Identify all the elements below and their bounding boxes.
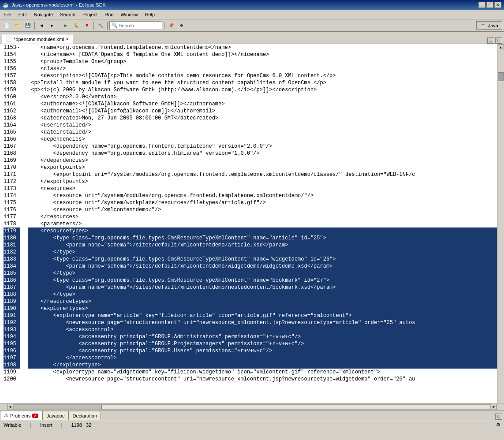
code-line[interactable]: <newresource page="structurecontent" uri… (28, 376, 497, 383)
code-line[interactable]: <p>Install this module if you want to se… (28, 79, 497, 86)
scrollbar-h-thumb[interactable] (14, 405, 102, 409)
toolbar-new[interactable]: 📄 (2, 21, 11, 30)
toolbar-save[interactable]: 💾 (23, 21, 33, 30)
code-line[interactable]: <explorertype name="widgetdemo" key="fil… (28, 369, 497, 376)
editor-minimize[interactable]: _ (487, 37, 494, 44)
code-line[interactable]: <class/> (28, 65, 497, 72)
line-number: 1181 (4, 242, 20, 249)
panel-maximize[interactable]: □ (495, 414, 502, 420)
code-line[interactable]: <version>2.0.0</version> (28, 93, 497, 101)
tab-javadoc[interactable]: Javadoc (42, 411, 68, 420)
close-button[interactable]: ✕ (494, 2, 501, 8)
scrollbar-thumb[interactable] (498, 72, 504, 81)
code-line[interactable]: </accesscontrol> (28, 354, 497, 362)
minimize-button[interactable]: _ (478, 2, 485, 8)
code-line[interactable]: <accessentry principal="GROUP.Projectman… (28, 340, 497, 347)
toolbar-forward[interactable]: ▶ (47, 21, 57, 30)
toolbar-build[interactable]: 🔨 (96, 21, 105, 30)
code-line[interactable]: <datecreated>Mon, 27 Jun 2005 08:00:00 G… (28, 115, 497, 122)
menu-help[interactable]: Help (142, 11, 159, 18)
code-line[interactable]: </type> (28, 270, 497, 277)
menu-window[interactable]: Window (117, 11, 141, 18)
code-content[interactable]: <name>org.opencms.frontend.templateone.x… (24, 44, 497, 403)
code-line[interactable]: <explorertype name="article" key="fileic… (28, 312, 497, 319)
line-number: 1175 (4, 199, 20, 206)
tab-problems[interactable]: ⚠ Problems ✕ (0, 411, 42, 420)
toolbar-btn1[interactable]: 📌 (166, 21, 176, 30)
code-line[interactable]: <dependency name="org.opencms.editors.ht… (28, 150, 497, 157)
toolbar-debug[interactable]: 🐛 (71, 21, 81, 30)
scrollbar-vertical[interactable]: ▲ (497, 44, 504, 403)
code-line[interactable]: <dateinstalled/> (28, 129, 497, 136)
code-line[interactable]: <name>org.opencms.frontend.templateone.x… (28, 44, 497, 51)
line-number: 1200 (4, 376, 20, 383)
toolbar-back[interactable]: ◀ (37, 21, 46, 30)
line-number: 1196 (4, 347, 20, 354)
line-number: 1191 (4, 312, 20, 319)
code-line[interactable]: <authoremail><![CDATA[info@alkacon.com]]… (28, 108, 497, 115)
scrollbar-h-track[interactable] (13, 404, 491, 410)
code-line[interactable]: <parameters/> (28, 220, 497, 227)
line-number: 1158 (4, 79, 20, 86)
menu-file[interactable]: File (0, 11, 15, 18)
code-line[interactable]: <dependency name="org.opencms.frontend.t… (28, 143, 497, 150)
window-title: Java - opencms-modules.xml - Eclipse SDK (11, 2, 106, 7)
code-line[interactable]: <resource uri="/xmlcontentdemo/"/> (28, 206, 497, 213)
code-line[interactable]: <param name="schema">/sites/default/xmlc… (28, 263, 497, 270)
toolbar-stop[interactable]: ■ (82, 21, 92, 30)
code-line[interactable]: <newresource page="structurecontent" uri… (28, 319, 497, 326)
code-line[interactable]: <p><i>(c) 2006 by Alkacon Software GmbH … (28, 86, 497, 93)
code-line[interactable]: <description><![CDATA[<p>This module con… (28, 72, 497, 79)
menu-search[interactable]: Search (56, 11, 79, 18)
toolbar-btn2[interactable]: ⚙ (177, 21, 187, 30)
code-line[interactable]: <exportpoints> (28, 164, 497, 171)
tab-close-button[interactable]: ✕ (66, 37, 69, 41)
code-line[interactable]: </resourcetypes> (28, 298, 497, 305)
scroll-right-button[interactable]: ▶ (491, 404, 497, 410)
menu-navigate[interactable]: Navigate (30, 11, 56, 18)
code-line[interactable]: </dependencies> (28, 157, 497, 164)
code-line[interactable]: <param name="schema">/sites/default/xmlc… (28, 284, 497, 291)
code-line[interactable]: <resources> (28, 185, 497, 192)
code-line[interactable]: <type class="org.opencms.file.types.CmsR… (28, 235, 497, 242)
bottom-tabs: ⚠ Problems ✕ Javadoc Declaration □ (0, 410, 504, 420)
code-line[interactable]: <explorertypes> (28, 305, 497, 312)
code-line[interactable]: <type class="org.opencms.file.types.CmsR… (28, 256, 497, 263)
code-line[interactable]: <resource uri="/system/workplace/resourc… (28, 199, 497, 206)
menu-project[interactable]: Project (79, 11, 101, 18)
code-line[interactable]: <accesscontrol> (28, 326, 497, 333)
scrollbar-horizontal[interactable]: ◀ ▶ (0, 403, 504, 410)
line-number: 1176 (4, 206, 20, 213)
code-line[interactable]: <nicename><![CDATA[OpenCms 6 Template On… (28, 51, 497, 58)
perspective-java[interactable]: ☕ Java (476, 21, 502, 30)
editor-tab[interactable]: 📄 *opencms-modules.xml ✕ (2, 34, 73, 44)
toolbar-run[interactable]: ▶ (61, 21, 71, 30)
code-line[interactable]: <param name="schema">/sites/default/xmlc… (28, 242, 497, 249)
toolbar-open[interactable]: 📂 (12, 21, 22, 30)
editor-maximize[interactable]: □ (495, 37, 502, 44)
code-line[interactable]: </resources> (28, 213, 497, 220)
code-line[interactable]: </type> (28, 249, 497, 256)
code-line[interactable]: <group>Template One</group> (28, 58, 497, 65)
line-number: 1186 (4, 277, 20, 284)
code-line[interactable]: <userinstalled/> (28, 122, 497, 129)
menu-edit[interactable]: Edit (15, 11, 30, 18)
code-line[interactable]: </type> (28, 291, 497, 298)
code-line[interactable]: <type class="org.opencms.file.types.CmsR… (28, 277, 497, 284)
code-line[interactable]: </explorertype> (28, 362, 497, 369)
code-line[interactable]: <exportpoint uri="/system/modules/org.op… (28, 171, 497, 178)
search-input[interactable] (119, 23, 154, 28)
code-line[interactable]: <resource uri="/system/modules/org.openc… (28, 192, 497, 199)
code-line[interactable]: <authorname><![CDATA[Alkacon Software Gm… (28, 101, 497, 108)
code-line[interactable]: <dependencies> (28, 136, 497, 143)
line-number: 1170 (4, 164, 20, 171)
scroll-up-button[interactable]: ▲ (498, 44, 504, 50)
code-line[interactable]: <accessentry principal="GROUP.Administra… (28, 333, 497, 340)
code-line[interactable]: <resourcetypes> (28, 227, 497, 235)
scroll-left-button[interactable]: ◀ (7, 404, 13, 410)
menu-run[interactable]: Run (101, 11, 117, 18)
tab-declaration[interactable]: Declaration (68, 411, 101, 420)
maximize-button[interactable]: □ (486, 2, 493, 8)
code-line[interactable]: </exportpoints> (28, 178, 497, 185)
code-line[interactable]: <accessentry principal="GROUP.Users" per… (28, 347, 497, 354)
